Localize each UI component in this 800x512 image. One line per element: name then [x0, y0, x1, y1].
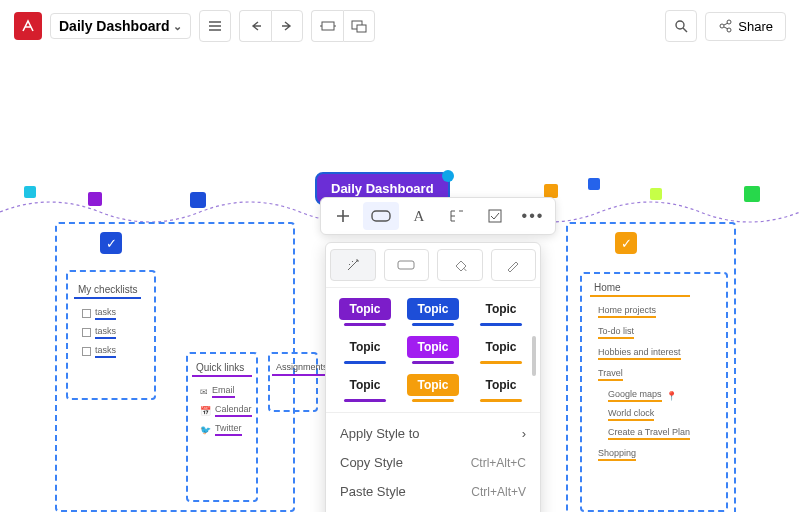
menu-clear-style[interactable]: Clear Style [326, 506, 540, 512]
menu-paste-style[interactable]: Paste StyleCtrl+Alt+V [326, 477, 540, 506]
top-toolbar: Daily Dashboard ⌄ Share [0, 0, 800, 52]
group-quick-links: Quick links ✉Email 📅Calendar 🐦Twitter [192, 360, 252, 436]
share-button[interactable]: Share [705, 12, 786, 41]
undo-button[interactable] [239, 10, 271, 42]
list-item[interactable]: Home projects [598, 305, 690, 318]
node-marker[interactable] [588, 178, 600, 190]
style-swatch[interactable]: Topic [336, 374, 394, 402]
svg-rect-0 [322, 22, 334, 30]
group-title: My checklists [74, 282, 141, 299]
redo-button[interactable] [271, 10, 303, 42]
list-item[interactable]: 🐦Twitter [200, 423, 252, 436]
list-item[interactable]: ✉Email [200, 385, 252, 398]
menu-copy-style[interactable]: Copy StyleCtrl+Alt+C [326, 448, 540, 477]
chevron-down-icon: ⌄ [173, 20, 182, 33]
svg-rect-8 [489, 210, 501, 222]
fit-screen-button[interactable] [311, 10, 343, 42]
list-item[interactable]: Google maps📍 [608, 389, 690, 402]
list-item[interactable]: To-do list [598, 326, 690, 339]
style-swatch[interactable]: Topic [472, 336, 530, 364]
node-marker[interactable] [190, 192, 206, 208]
node-marker[interactable] [24, 186, 36, 198]
layout-button[interactable] [439, 202, 475, 230]
tab-shape[interactable] [384, 249, 430, 281]
list-item[interactable]: tasks [82, 345, 141, 358]
share-label: Share [738, 19, 773, 34]
group-assignments: Assignments [272, 360, 332, 376]
share-icon [718, 19, 732, 33]
node-marker[interactable] [544, 184, 558, 198]
text-style-button[interactable]: A [401, 202, 437, 230]
rectangle-icon [397, 260, 415, 270]
search-button[interactable] [665, 10, 697, 42]
add-topic-button[interactable] [325, 202, 361, 230]
style-swatch[interactable]: Topic [404, 374, 462, 402]
tab-line[interactable] [491, 249, 537, 281]
svg-rect-2 [357, 25, 366, 32]
tab-magic-style[interactable] [330, 249, 376, 281]
node-marker[interactable] [88, 192, 102, 206]
menu-button[interactable] [199, 10, 231, 42]
list-item[interactable]: Travel [598, 368, 690, 381]
list-item[interactable]: 📅Calendar [200, 404, 252, 417]
node-marker[interactable] [744, 186, 760, 202]
list-item[interactable]: Hobbies and interest [598, 347, 690, 360]
svg-rect-9 [398, 261, 414, 269]
expand-dot-icon[interactable] [442, 170, 454, 182]
svg-rect-7 [372, 211, 390, 221]
style-swatch[interactable]: Topic [336, 298, 394, 326]
group-home: Home Home projects To-do list Hobbies an… [590, 280, 690, 461]
list-item[interactable]: tasks [82, 326, 141, 339]
group-title: Home [590, 280, 690, 297]
document-title-dropdown[interactable]: Daily Dashboard ⌄ [50, 13, 191, 39]
document-title: Daily Dashboard [59, 18, 169, 34]
group-title: Assignments [272, 360, 332, 376]
list-item[interactable]: Shopping [598, 448, 690, 461]
mindmap-canvas[interactable]: ✓ ✓ My checklists tasks tasks tasks Quic… [0, 52, 800, 512]
app-logo[interactable] [14, 12, 42, 40]
floating-toolbar: A ••• [320, 197, 556, 235]
node-marker[interactable] [650, 188, 662, 200]
chevron-right-icon: › [522, 426, 526, 441]
style-swatch[interactable]: Topic [472, 374, 530, 402]
group-my-checklists: My checklists tasks tasks tasks [74, 282, 141, 358]
wand-icon [346, 258, 360, 272]
list-item[interactable]: Create a Travel Plan [608, 427, 690, 440]
style-swatch[interactable]: Topic [336, 336, 394, 364]
list-item[interactable]: tasks [82, 307, 141, 320]
tab-fill[interactable] [437, 249, 483, 281]
group-title: Quick links [192, 360, 252, 377]
style-swatch[interactable]: Topic [472, 298, 530, 326]
scrollbar[interactable] [532, 336, 536, 376]
svg-point-3 [676, 21, 684, 29]
svg-point-4 [720, 24, 724, 28]
pin-icon: 📍 [666, 391, 677, 401]
style-swatch[interactable]: Topic [404, 336, 462, 364]
checkbox-button[interactable] [477, 202, 513, 230]
list-item[interactable]: World clock [608, 408, 690, 421]
style-panel: Topic Topic Topic Topic Topic Topic Topi… [325, 242, 541, 512]
menu-apply-style[interactable]: Apply Style to› [326, 419, 540, 448]
pencil-icon [506, 258, 520, 272]
style-swatch[interactable]: Topic [404, 298, 462, 326]
zoom-selection-button[interactable] [343, 10, 375, 42]
more-button[interactable]: ••• [515, 202, 551, 230]
shape-button[interactable] [363, 202, 399, 230]
bucket-icon [453, 258, 467, 272]
